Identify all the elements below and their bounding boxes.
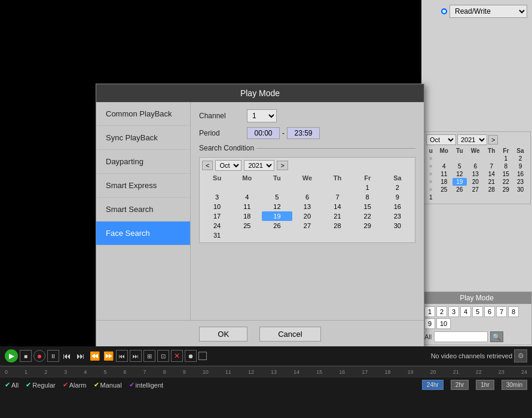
cancel-button[interactable]: Cancel <box>259 327 320 342</box>
period-dash: - <box>282 129 285 137</box>
tick-4: 4 <box>84 369 87 375</box>
pause-button[interactable]: ⏸ <box>47 350 59 362</box>
play-mode-panel: Play Mode 1 2 3 4 5 6 7 8 9 10 All 🔍 <box>421 291 532 345</box>
legend-all: ✔ All <box>5 381 19 389</box>
skip-forward-button[interactable]: ⏭ <box>75 350 87 362</box>
play-mode-numbers: 1 2 3 4 5 6 7 8 9 10 All 🔍 <box>422 304 531 345</box>
tick-3: 3 <box>64 369 67 375</box>
bottom-bar: ▶ ■ ● ⏸ ⏮ ⏭ ⏪ ⏩ ⏮ ⏭ ⊞ ⊡ ✕ ⏺ No video cha… <box>0 346 532 418</box>
read-write-select[interactable]: Read/Write <box>450 5 527 18</box>
legend-intelligent-check: ✔ <box>129 381 134 389</box>
channel-row: Channel 1 <box>199 109 415 122</box>
read-write-area: Read/Write <box>441 5 527 18</box>
modal-body: Common PlayBack Sync PlayBack Dayparting… <box>96 102 424 320</box>
sidebar-item-common-playback[interactable]: Common PlayBack <box>96 102 190 126</box>
pm-num-2[interactable]: 2 <box>436 306 447 317</box>
timescale-1hr[interactable]: 1hr <box>476 380 494 390</box>
sidebar-item-sync-playback[interactable]: Sync PlayBack <box>96 126 190 150</box>
pm-num-5[interactable]: 5 <box>472 306 483 317</box>
pm-num-9[interactable]: 9 <box>424 318 435 329</box>
pm-num-8[interactable]: 8 <box>508 306 519 317</box>
legend-regular-label: Regular <box>32 382 56 389</box>
sidebar-item-dayparting[interactable]: Dayparting <box>96 150 190 174</box>
skip-back-button[interactable]: ⏮ <box>61 350 73 362</box>
tick-13: 13 <box>271 369 277 375</box>
period-start-input[interactable] <box>247 127 280 139</box>
layout-btn-1[interactable]: ⊞ <box>143 350 155 362</box>
radio-indicator <box>441 8 447 14</box>
play-mode-title: Play Mode <box>422 292 531 304</box>
right-cal-next-btn[interactable]: > <box>488 135 498 145</box>
pm-num-6[interactable]: 6 <box>484 306 495 317</box>
pm-row-1: 1 2 3 4 5 6 7 8 <box>424 306 529 317</box>
pm-all-row: All 🔍 <box>424 331 529 342</box>
channel-select[interactable]: 1 <box>247 109 277 122</box>
tick-14: 14 <box>293 369 299 375</box>
cal-next-btn[interactable]: > <box>277 161 288 170</box>
timescale-24hr[interactable]: 24hr <box>422 380 444 390</box>
tick-20: 20 <box>430 369 436 375</box>
legend-regular: ✔ Regular <box>26 381 56 389</box>
next-frame-button[interactable]: ⏭ <box>130 350 142 362</box>
sidebar-item-face-search[interactable]: Face Search <box>96 222 190 245</box>
speaker-button[interactable]: ⏺ <box>185 350 197 362</box>
layout-btn-2[interactable]: ⊡ <box>157 350 169 362</box>
cal-nav-bar: < Oct 2021 > <box>202 160 412 171</box>
right-calendar: Oct 2021 > u Mo Tu We Th Fr Sa × <box>423 131 531 204</box>
fast-forward-button[interactable]: ⏩ <box>102 350 114 362</box>
playback-checkbox[interactable] <box>198 352 207 360</box>
legend-intelligent: ✔ intelligent <box>129 381 163 389</box>
legend-intelligent-label: intelligent <box>136 382 163 389</box>
tick-24: 24 <box>521 369 527 375</box>
right-cal-year-select[interactable]: 2021 <box>457 134 487 145</box>
right-cal-month-select[interactable]: Oct <box>426 134 456 145</box>
tick-7: 7 <box>143 369 146 375</box>
timescale-30min[interactable]: 30min <box>502 380 527 390</box>
pm-num-7[interactable]: 7 <box>496 306 507 317</box>
search-condition-row: Search Condition <box>199 144 415 152</box>
tick-0: 0 <box>5 369 8 375</box>
cal-year-select[interactable]: 2021 <box>244 160 274 171</box>
pm-search-button[interactable]: 🔍 <box>490 331 503 342</box>
tick-16: 16 <box>339 369 345 375</box>
tick-15: 15 <box>316 369 322 375</box>
period-end-input[interactable] <box>287 127 320 139</box>
tick-11: 11 <box>225 369 231 375</box>
tick-21: 21 <box>453 369 459 375</box>
pm-num-10[interactable]: 10 <box>436 318 451 329</box>
cal-table: Su Mo Tu We Th Fr Sa <box>202 173 412 240</box>
pm-num-1[interactable]: 1 <box>424 306 435 317</box>
prev-frame-button[interactable]: ⏮ <box>116 350 128 362</box>
stop-button[interactable]: ■ <box>20 350 32 362</box>
record-button[interactable]: ● <box>33 350 45 362</box>
modal-sidebar: Common PlayBack Sync PlayBack Dayparting… <box>96 102 191 320</box>
tick-6: 6 <box>123 369 126 375</box>
tick-12: 12 <box>248 369 254 375</box>
tick-18: 18 <box>384 369 390 375</box>
legend-alarm-check: ✔ <box>63 381 68 389</box>
period-row: Period - <box>199 127 415 139</box>
play-button[interactable]: ▶ <box>5 349 18 362</box>
legend-manual-check: ✔ <box>94 381 99 389</box>
close-playback-btn[interactable]: ✕ <box>171 350 183 362</box>
pm-num-3[interactable]: 3 <box>448 306 459 317</box>
channel-label: Channel <box>199 112 247 120</box>
rewind-button[interactable]: ⏪ <box>88 350 100 362</box>
pm-all-input[interactable] <box>434 331 488 342</box>
tick-19: 19 <box>407 369 413 375</box>
tick-8: 8 <box>163 369 166 375</box>
timescale-2hr[interactable]: 2hr <box>451 380 469 390</box>
sidebar-item-smart-express[interactable]: Smart Express <box>96 174 190 198</box>
cal-month-select[interactable]: Oct <box>215 160 241 171</box>
pm-num-4[interactable]: 4 <box>460 306 471 317</box>
modal-title-bar: Play Mode <box>96 84 424 102</box>
status-text: No video channels retrieved <box>431 352 512 359</box>
timeline-ticks: 0 1 2 3 4 5 6 7 8 9 10 11 12 13 14 15 16… <box>5 369 527 375</box>
timeline-bar: 0 1 2 3 4 5 6 7 8 9 10 11 12 13 14 15 16… <box>0 366 532 377</box>
cal-prev-btn[interactable]: < <box>202 161 213 170</box>
search-condition-divider <box>256 148 415 149</box>
sidebar-item-smart-search[interactable]: Smart Search <box>96 198 190 222</box>
settings-icon[interactable]: ⚙ <box>514 349 527 362</box>
ok-button[interactable]: OK <box>199 327 247 342</box>
legend-alarm: ✔ Alarm <box>63 381 87 389</box>
